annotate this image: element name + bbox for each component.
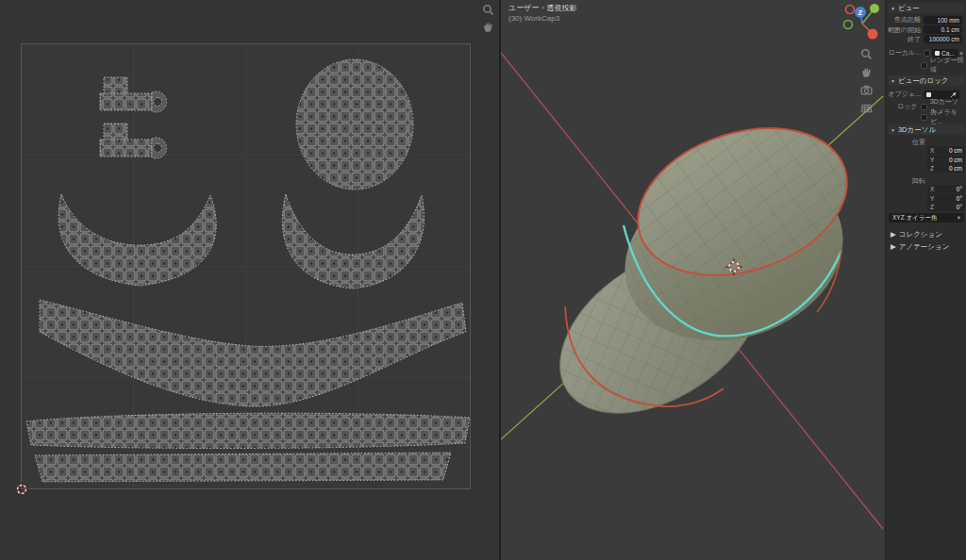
zoom-icon[interactable] — [859, 47, 874, 61]
gizmo-axis-y[interactable] — [870, 4, 879, 13]
panel-header-annotations[interactable]: ▶ アノテーション — [888, 241, 965, 252]
blender-window: ユーザー・透視投影 (30) WorkCap3 Z — [0, 0, 966, 560]
panel-title: 3Dカーソル — [898, 125, 936, 135]
lock-object-label: オブジェ... — [886, 90, 924, 99]
location-label: 位置 — [886, 138, 925, 147]
cap-model[interactable] — [530, 103, 866, 447]
render-region-label: レンダー領域 — [930, 56, 966, 74]
perspective-toggle-icon[interactable] — [859, 101, 874, 115]
local-camera-label: ローカル... — [886, 48, 924, 58]
panel-title: ビューのロック — [898, 76, 949, 86]
chevron-down-icon: ▼ — [891, 78, 895, 84]
uv-island-sweatband-outer[interactable] — [26, 413, 470, 448]
camera-view-icon[interactable] — [859, 83, 874, 97]
cursor-location-x[interactable]: X 0 cm — [927, 146, 965, 155]
cursor-rotation-x[interactable]: X 0° — [927, 185, 965, 193]
camera-to-view-label: カメラをビ... — [930, 107, 966, 126]
cursor-location-z[interactable]: Z 0 cm — [927, 164, 965, 173]
chevron-down-icon: ▼ — [891, 127, 895, 133]
render-region-checkbox[interactable] — [921, 62, 927, 69]
clip-start-label: 範囲の開始 — [886, 25, 924, 35]
gizmo-axis-z[interactable]: Z — [855, 7, 866, 18]
zoom-icon[interactable] — [481, 3, 495, 17]
clip-start-field[interactable]: 0.1 cm — [924, 25, 962, 34]
panel-header-collections[interactable]: ▶ コレクション — [888, 229, 965, 239]
lock-3d-cursor-checkbox[interactable] — [921, 104, 927, 110]
pan-hand-icon[interactable] — [481, 20, 495, 34]
dropdown-arrow-icon: ▾ — [958, 214, 960, 222]
cursor-location-y[interactable]: Y 0 cm — [927, 156, 965, 164]
panel-header-view-lock[interactable]: ▼ ビューのロック — [888, 75, 965, 86]
gizmo-axis-x[interactable] — [868, 29, 878, 40]
uv-nav-controls — [481, 3, 496, 34]
svg-text:Z: Z — [858, 9, 863, 16]
chevron-down-icon: ▼ — [891, 6, 895, 11]
rotation-mode-dropdown[interactable]: XYZ オイラー角 ▾ — [889, 213, 964, 222]
focal-length-label: 焦点距離 — [886, 15, 924, 25]
clip-end-label: 終了 — [886, 35, 924, 44]
focal-length-field[interactable]: 100 mm — [924, 16, 962, 25]
gizmo-axis-neg-x[interactable] — [846, 6, 855, 14]
chevron-right-icon: ▶ — [891, 230, 896, 239]
chevron-right-icon: ▶ — [891, 242, 896, 251]
object-datablock-icon — [926, 92, 931, 97]
panel-header-view[interactable]: ▼ ビュー — [888, 3, 965, 13]
cursor-rotation-y[interactable]: Y 0° — [927, 194, 965, 203]
navigation-gizmo[interactable]: Z — [841, 2, 883, 45]
camera-to-view-checkbox[interactable] — [921, 114, 927, 121]
uv-editor[interactable] — [0, 0, 499, 560]
sidebar-n-panel: ▼ ビュー 焦点距離 100 mm 範囲の開始 0.1 cm 終了 100000… — [885, 0, 966, 560]
uv-canvas[interactable] — [0, 0, 499, 560]
lock-label: ロック — [886, 102, 921, 111]
uv-island-sweatband-inner[interactable] — [35, 453, 451, 482]
panel-title: ビュー — [898, 4, 920, 13]
panel-title: コレクション — [899, 230, 942, 239]
clip-end-field[interactable]: 100000 cm — [924, 35, 962, 43]
camera-datablock-icon — [935, 51, 940, 56]
rotation-label: 回転 — [886, 176, 925, 186]
cursor-rotation-z[interactable]: Z 0° — [927, 203, 965, 211]
uv-island-crown-top-circle[interactable] — [296, 59, 413, 189]
pan-hand-icon[interactable] — [859, 65, 874, 79]
gizmo-axis-neg-y[interactable] — [844, 21, 853, 29]
viewport-nav-controls — [859, 47, 874, 115]
viewport-3d[interactable]: ユーザー・透視投影 (30) WorkCap3 Z — [501, 0, 885, 560]
panel-title: アノテーション — [899, 242, 950, 252]
panel-header-3d-cursor[interactable]: ▼ 3Dカーソル — [888, 124, 965, 135]
